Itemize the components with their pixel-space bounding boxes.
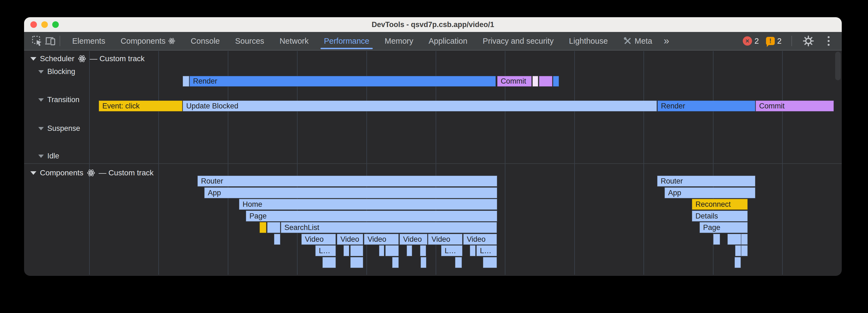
flame-bar-video[interactable]: Video: [400, 234, 428, 245]
flame-bar[interactable]: [385, 245, 399, 256]
collapse-triangle-icon: [38, 70, 44, 73]
collapse-triangle-icon: [38, 127, 44, 130]
flame-bar[interactable]: [735, 257, 741, 268]
flame-bar-video[interactable]: Video: [463, 234, 497, 245]
lane-label-suspense[interactable]: Suspense: [38, 124, 80, 133]
flame-bar-reconnect[interactable]: Reconnect: [692, 199, 748, 210]
flame-bar[interactable]: [741, 234, 748, 245]
collapse-triangle-icon: [30, 57, 36, 61]
react-atom-icon: [78, 55, 86, 63]
gridline: [89, 51, 90, 275]
track-header-scheduler[interactable]: Scheduler— Custom track: [30, 54, 145, 63]
flame-bar-details[interactable]: Details: [692, 211, 748, 221]
lane-name: Idle: [47, 152, 59, 160]
flame-bar[interactable]: [483, 257, 497, 268]
flame-bar[interactable]: [455, 257, 462, 268]
flame-bar[interactable]: [539, 76, 552, 86]
lane-name: Blocking: [47, 67, 75, 76]
collapse-triangle-icon: [38, 98, 44, 102]
flame-bar-video[interactable]: Video: [337, 234, 363, 245]
gridline: [574, 51, 575, 275]
flame-bar-video[interactable]: Video: [364, 234, 399, 245]
flame-bar[interactable]: [713, 234, 720, 245]
flame-bar[interactable]: [420, 245, 426, 256]
flame-bar[interactable]: [259, 222, 266, 233]
flame-bar[interactable]: [727, 234, 741, 245]
flame-bar-event-click[interactable]: Event: click: [99, 101, 182, 111]
collapse-triangle-icon: [38, 154, 44, 158]
lane-name: Transition: [47, 96, 80, 104]
track-name: Scheduler: [40, 54, 74, 63]
lane-label-blocking[interactable]: Blocking: [38, 67, 75, 76]
track-name: Components: [40, 169, 84, 177]
flame-bar-update-blocked[interactable]: Update Blocked: [183, 101, 657, 111]
flame-bar-commit[interactable]: Commit: [755, 101, 834, 111]
flame-bar[interactable]: [421, 257, 426, 268]
track-divider: [24, 163, 842, 164]
flame-bar[interactable]: [470, 245, 475, 256]
flame-bar-router[interactable]: Router: [657, 176, 755, 186]
flame-bar[interactable]: [183, 76, 189, 86]
lane-label-transition[interactable]: Transition: [38, 96, 80, 104]
flame-bar-home[interactable]: Home: [239, 199, 497, 210]
flame-bar[interactable]: [267, 222, 280, 233]
flame-bar-searchlist[interactable]: SearchList: [281, 222, 497, 233]
gridline: [644, 51, 644, 275]
flame-bar-page[interactable]: Page: [246, 211, 497, 221]
track-suffix: — Custom track: [90, 54, 145, 63]
flame-bar[interactable]: [735, 245, 741, 256]
lane-name: Suspense: [47, 124, 80, 133]
flame-bar[interactable]: [322, 257, 336, 268]
track-header-components[interactable]: Components— Custom track: [30, 169, 153, 177]
flame-bar-l[interactable]: L…: [476, 245, 497, 256]
flame-bar-video[interactable]: Video: [301, 234, 336, 245]
devtools-window: DevTools - qsvd7p.csb.app/video/1 Elemen…: [24, 17, 842, 276]
screenshot-stage: DevTools - qsvd7p.csb.app/video/1 Elemen…: [0, 0, 868, 313]
flame-bar-l[interactable]: L…: [441, 245, 462, 256]
lane-label-idle[interactable]: Idle: [38, 152, 59, 160]
flame-bar-app[interactable]: App: [664, 187, 755, 198]
flame-bar-l[interactable]: L…: [315, 245, 336, 256]
gridline: [782, 51, 783, 275]
flame-bar[interactable]: [350, 245, 363, 256]
flame-bar[interactable]: [274, 234, 280, 245]
flame-bar[interactable]: [350, 257, 363, 268]
flame-bar[interactable]: [379, 245, 384, 256]
flame-bar[interactable]: [392, 257, 399, 268]
flame-bar-video[interactable]: Video: [428, 234, 462, 245]
flame-chart: Scheduler— Custom trackBlockingTransitio…: [24, 17, 842, 276]
gridline: [158, 51, 159, 275]
flame-bar-render[interactable]: Render: [189, 76, 496, 86]
collapse-triangle-icon: [30, 171, 36, 175]
flame-bar-app[interactable]: App: [204, 187, 497, 198]
flame-bar-render[interactable]: Render: [657, 101, 755, 111]
flame-bar[interactable]: [553, 76, 559, 86]
flame-bar[interactable]: [407, 245, 412, 256]
react-atom-icon: [87, 169, 95, 177]
flame-bar-router[interactable]: Router: [197, 176, 497, 186]
flame-bar[interactable]: [532, 76, 538, 86]
track-suffix: — Custom track: [99, 169, 154, 177]
flame-bar[interactable]: [343, 245, 349, 256]
flame-bar-commit[interactable]: Commit: [497, 76, 532, 86]
vertical-scrollbar-thumb[interactable]: [835, 51, 841, 80]
flame-bar-page[interactable]: Page: [700, 222, 748, 233]
flame-bar[interactable]: [741, 245, 748, 256]
